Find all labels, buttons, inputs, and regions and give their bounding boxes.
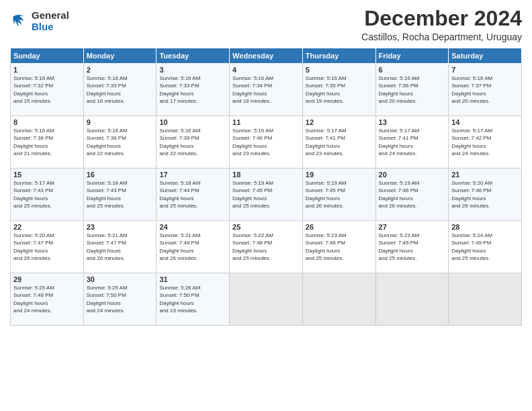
calendar-cell: 17 Sunrise: 5:18 AMSunset: 7:44 PMDaylig… (157, 169, 230, 221)
day-info: Sunrise: 5:16 AMSunset: 7:33 PMDaylight … (87, 75, 128, 104)
day-info: Sunrise: 5:17 AMSunset: 7:41 PMDaylight … (306, 128, 347, 156)
day-number: 9 (87, 118, 154, 126)
calendar-cell: 26 Sunrise: 5:23 AMSunset: 7:48 PMDaylig… (302, 221, 375, 273)
calendar-cell: 16 Sunrise: 5:18 AMSunset: 7:43 PMDaylig… (83, 169, 157, 221)
calendar-cell: 19 Sunrise: 5:19 AMSunset: 7:45 PMDaylig… (302, 169, 375, 221)
header: General Blue December 2024 Castillos, Ro… (10, 7, 522, 42)
day-info: Sunrise: 5:25 AMSunset: 7:50 PMDaylight … (87, 285, 128, 314)
day-info: Sunrise: 5:16 AMSunset: 7:33 PMDaylight … (159, 75, 200, 104)
day-number: 24 (159, 223, 226, 231)
day-number: 23 (87, 223, 154, 231)
calendar-cell: 21 Sunrise: 5:20 AMSunset: 7:46 PMDaylig… (449, 169, 522, 221)
day-info: Sunrise: 5:16 AMSunset: 7:39 PMDaylight … (159, 128, 200, 156)
calendar-cell: 9 Sunrise: 5:16 AMSunset: 7:38 PMDayligh… (83, 116, 157, 169)
calendar-cell: 20 Sunrise: 5:19 AMSunset: 7:46 PMDaylig… (375, 169, 449, 221)
day-number: 22 (13, 223, 81, 231)
calendar-week-row: 15 Sunrise: 5:17 AMSunset: 7:43 PMDaylig… (11, 169, 522, 221)
day-info: Sunrise: 5:23 AMSunset: 7:48 PMDaylight … (306, 232, 347, 261)
calendar-cell: 29 Sunrise: 5:25 AMSunset: 7:49 PMDaylig… (11, 273, 84, 326)
page: General Blue December 2024 Castillos, Ro… (0, 0, 532, 411)
day-number: 15 (13, 171, 81, 179)
header-day: Saturday (449, 48, 522, 64)
day-number: 2 (87, 66, 154, 74)
day-number: 28 (451, 223, 519, 231)
day-info: Sunrise: 5:18 AMSunset: 7:44 PMDaylight … (159, 180, 200, 209)
day-info: Sunrise: 5:20 AMSunset: 7:47 PMDaylight … (13, 232, 54, 261)
calendar-cell: 30 Sunrise: 5:25 AMSunset: 7:50 PMDaylig… (83, 273, 157, 326)
header-day: Friday (375, 48, 449, 64)
calendar-cell: 1 Sunrise: 5:16 AMSunset: 7:32 PMDayligh… (11, 64, 84, 116)
calendar-cell: 22 Sunrise: 5:20 AMSunset: 7:47 PMDaylig… (11, 221, 84, 273)
calendar-cell: 2 Sunrise: 5:16 AMSunset: 7:33 PMDayligh… (83, 64, 157, 116)
calendar-cell: 12 Sunrise: 5:17 AMSunset: 7:41 PMDaylig… (302, 116, 375, 169)
calendar-cell: 3 Sunrise: 5:16 AMSunset: 7:33 PMDayligh… (157, 64, 230, 116)
calendar-cell: 24 Sunrise: 5:21 AMSunset: 7:48 PMDaylig… (157, 221, 230, 273)
day-info: Sunrise: 5:17 AMSunset: 7:43 PMDaylight … (13, 180, 54, 209)
day-info: Sunrise: 5:16 AMSunset: 7:34 PMDaylight … (232, 75, 273, 104)
calendar-cell (449, 273, 522, 326)
calendar-cell (230, 273, 303, 326)
calendar-cell: 13 Sunrise: 5:17 AMSunset: 7:41 PMDaylig… (375, 116, 449, 169)
logo-icon (10, 11, 29, 30)
calendar-cell: 28 Sunrise: 5:24 AMSunset: 7:49 PMDaylig… (449, 221, 522, 273)
calendar-table: SundayMondayTuesdayWednesdayThursdayFrid… (10, 48, 522, 326)
day-number: 13 (379, 118, 446, 126)
month-title: December 2024 (361, 7, 522, 30)
day-info: Sunrise: 5:21 AMSunset: 7:47 PMDaylight … (87, 232, 128, 261)
day-info: Sunrise: 5:24 AMSunset: 7:49 PMDaylight … (451, 232, 492, 261)
calendar-cell: 10 Sunrise: 5:16 AMSunset: 7:39 PMDaylig… (157, 116, 230, 169)
calendar-week-row: 1 Sunrise: 5:16 AMSunset: 7:32 PMDayligh… (11, 64, 522, 116)
title-block: December 2024 Castillos, Rocha Departmen… (361, 7, 522, 42)
calendar-week-row: 22 Sunrise: 5:20 AMSunset: 7:47 PMDaylig… (11, 221, 522, 273)
day-info: Sunrise: 5:16 AMSunset: 7:32 PMDaylight … (13, 75, 54, 104)
day-number: 5 (306, 66, 373, 74)
day-info: Sunrise: 5:22 AMSunset: 7:48 PMDaylight … (232, 232, 273, 261)
header-day: Sunday (11, 48, 84, 64)
day-number: 8 (13, 118, 81, 126)
day-info: Sunrise: 5:16 AMSunset: 7:36 PMDaylight … (379, 75, 420, 104)
day-info: Sunrise: 5:17 AMSunset: 7:42 PMDaylight … (451, 128, 492, 156)
calendar-cell: 5 Sunrise: 5:16 AMSunset: 7:35 PMDayligh… (302, 64, 375, 116)
day-number: 25 (232, 223, 300, 231)
day-info: Sunrise: 5:26 AMSunset: 7:50 PMDaylight … (159, 285, 200, 314)
calendar-cell: 25 Sunrise: 5:22 AMSunset: 7:48 PMDaylig… (230, 221, 303, 273)
calendar-cell: 23 Sunrise: 5:21 AMSunset: 7:47 PMDaylig… (83, 221, 157, 273)
calendar-cell (302, 273, 375, 326)
calendar-cell: 7 Sunrise: 5:16 AMSunset: 7:37 PMDayligh… (449, 64, 522, 116)
logo-blue: Blue (32, 21, 69, 32)
day-number: 7 (451, 66, 519, 74)
day-number: 1 (13, 66, 81, 74)
day-info: Sunrise: 5:19 AMSunset: 7:45 PMDaylight … (232, 180, 273, 209)
day-number: 3 (159, 66, 226, 74)
calendar-cell: 14 Sunrise: 5:17 AMSunset: 7:42 PMDaylig… (449, 116, 522, 169)
day-number: 4 (232, 66, 300, 74)
calendar-cell: 4 Sunrise: 5:16 AMSunset: 7:34 PMDayligh… (230, 64, 303, 116)
day-info: Sunrise: 5:19 AMSunset: 7:46 PMDaylight … (379, 180, 420, 209)
day-info: Sunrise: 5:16 AMSunset: 7:40 PMDaylight … (232, 128, 273, 156)
day-number: 30 (87, 275, 154, 283)
day-info: Sunrise: 5:16 AMSunset: 7:37 PMDaylight … (451, 75, 492, 104)
day-number: 16 (87, 171, 154, 179)
day-number: 18 (232, 171, 300, 179)
day-number: 19 (306, 171, 373, 179)
day-info: Sunrise: 5:25 AMSunset: 7:49 PMDaylight … (13, 285, 54, 314)
day-number: 31 (159, 275, 226, 283)
header-row: SundayMondayTuesdayWednesdayThursdayFrid… (11, 48, 522, 64)
location-subtitle: Castillos, Rocha Department, Uruguay (361, 32, 522, 42)
day-info: Sunrise: 5:16 AMSunset: 7:38 PMDaylight … (87, 128, 128, 156)
day-number: 10 (159, 118, 226, 126)
day-info: Sunrise: 5:20 AMSunset: 7:46 PMDaylight … (451, 180, 492, 209)
day-number: 20 (379, 171, 446, 179)
calendar-cell: 15 Sunrise: 5:17 AMSunset: 7:43 PMDaylig… (11, 169, 84, 221)
day-info: Sunrise: 5:18 AMSunset: 7:43 PMDaylight … (87, 180, 128, 209)
header-day: Monday (83, 48, 157, 64)
day-info: Sunrise: 5:21 AMSunset: 7:48 PMDaylight … (159, 232, 200, 261)
day-info: Sunrise: 5:16 AMSunset: 7:35 PMDaylight … (306, 75, 347, 104)
calendar-week-row: 29 Sunrise: 5:25 AMSunset: 7:49 PMDaylig… (11, 273, 522, 326)
day-number: 27 (379, 223, 446, 231)
day-number: 29 (13, 275, 81, 283)
day-info: Sunrise: 5:19 AMSunset: 7:45 PMDaylight … (306, 180, 347, 209)
header-day: Wednesday (230, 48, 303, 64)
calendar-cell: 18 Sunrise: 5:19 AMSunset: 7:45 PMDaylig… (230, 169, 303, 221)
calendar-cell (375, 273, 449, 326)
